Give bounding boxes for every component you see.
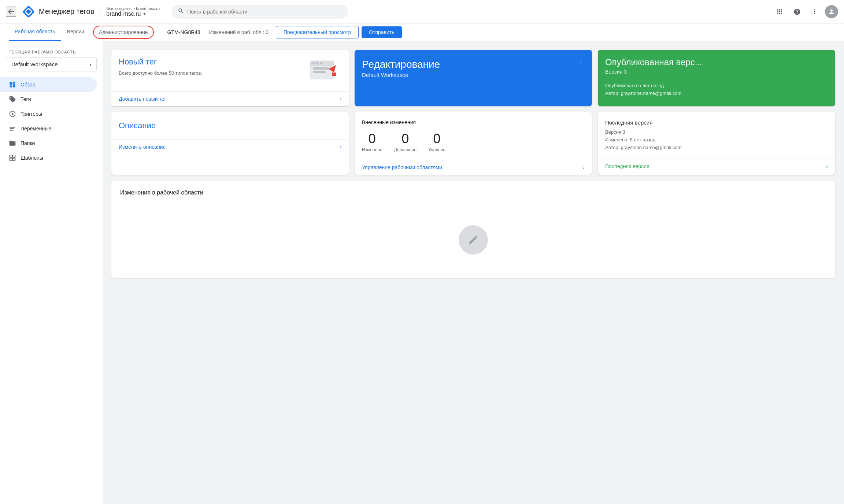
svg-rect-6 (10, 128, 14, 129)
description-arrow-icon: › (340, 144, 341, 150)
sidebar-item-tags[interactable]: Теги (0, 92, 97, 107)
search-bar (172, 5, 348, 19)
sidebar-label-overview: Обзор (21, 82, 35, 88)
svg-rect-11 (13, 158, 15, 161)
header-actions (772, 4, 838, 19)
change-number-added: 0 (394, 131, 417, 147)
new-tag-link[interactable]: Добавить новый тег › (111, 91, 349, 106)
tab-admin[interactable]: Администрирование (93, 26, 154, 39)
tab-versions[interactable]: Версии (61, 23, 90, 41)
tag-illustration (308, 57, 341, 83)
svg-point-16 (320, 62, 322, 64)
new-tag-arrow-icon: › (340, 96, 341, 102)
svg-rect-8 (10, 155, 12, 158)
description-card: Описание Изменить описание › (111, 112, 349, 175)
sidebar-label-triggers: Триггеры (21, 111, 42, 117)
tag-icon (9, 96, 16, 103)
sidebar-section-label: ТЕКУЩАЯ РАБОЧАЯ ОБЛАСТЬ (0, 47, 103, 56)
apps-grid-button[interactable] (772, 4, 787, 19)
last-version-link[interactable]: Последняя версия › (598, 159, 835, 174)
change-label-added: Добавлено (394, 147, 417, 152)
published-version: Версия 3 (605, 69, 828, 75)
folder-icon (9, 140, 16, 147)
changes-numbers: 0 Изменено 0 Добавлено 0 Удалено (362, 131, 585, 152)
svg-rect-18 (313, 71, 326, 73)
empty-state (120, 211, 826, 269)
last-version-card: Последняя версия Версия 3 Изменено: 5 ле… (598, 112, 835, 175)
new-tag-card-body: Новый тег Всего доступно более 50 типов … (111, 50, 349, 91)
new-tag-text: Новый тег Всего доступно более 50 типов … (119, 57, 202, 77)
changes-card-body: Внесенные изменения 0 Изменено 0 Добавле… (355, 112, 592, 160)
svg-rect-10 (13, 155, 15, 158)
editing-card: Редактирование Default Workspace ⋮ (355, 50, 592, 106)
dropdown-arrow-icon: ▼ (142, 11, 147, 16)
sidebar-item-triggers[interactable]: Триггеры (0, 107, 97, 121)
sidebar-item-templates[interactable]: Шаблоны (0, 151, 97, 165)
workspace-selector[interactable]: Default Workspace › (6, 57, 97, 71)
last-version-card-body: Последняя версия Версия 3 Изменено: 5 ле… (598, 112, 835, 159)
description-card-body: Описание (111, 112, 349, 139)
svg-point-15 (316, 62, 318, 64)
svg-point-4 (12, 113, 14, 115)
tag-icon-area (308, 57, 341, 84)
svg-rect-17 (313, 67, 329, 70)
svg-rect-9 (10, 158, 12, 161)
sidebar-label-folders: Папки (21, 140, 35, 146)
gtm-logo (22, 5, 35, 18)
more-options-button[interactable] (807, 4, 822, 19)
new-tag-card: Новый тег Всего доступно более 50 типов … (111, 50, 349, 106)
help-button[interactable] (790, 4, 804, 19)
sidebar-item-overview[interactable]: Обзор (0, 77, 97, 92)
search-icon (178, 8, 184, 16)
changes-card-title: Внесенные изменения (362, 119, 585, 125)
main-layout: ТЕКУЩАЯ РАБОЧАЯ ОБЛАСТЬ Default Workspac… (0, 41, 844, 504)
top-header: Менеджер тегов Все аккаунты > brand-msc.… (0, 0, 844, 23)
account-breadcrumb: Все аккаунты > brand-msc.ru (106, 6, 166, 11)
variable-icon (9, 125, 16, 132)
logo-area: Менеджер тегов (22, 5, 94, 18)
editing-card-text: Редактирование Default Workspace (362, 59, 440, 78)
svg-rect-7 (10, 130, 13, 131)
last-version-author: Автор: graystone.name@gmail.com (605, 144, 828, 152)
account-selector: Все аккаунты > brand-msc.ru brand-msc.ru… (100, 6, 166, 17)
workspace-changes-section: Изменения в рабочей области (111, 181, 835, 278)
sidebar-item-variables[interactable]: Переменные (0, 121, 97, 136)
description-link[interactable]: Изменить описание › (111, 139, 349, 154)
published-title: Опубликованная верс... (605, 57, 828, 67)
nav-divider (160, 28, 160, 37)
sidebar-label-tags: Теги (21, 96, 31, 102)
back-button[interactable] (6, 7, 16, 17)
change-label-deleted: Удалено (428, 147, 445, 152)
overview-icon (9, 81, 16, 88)
published-card-body: Опубликованная верс... Версия 3 Опублико… (598, 50, 835, 105)
cards-grid: Новый тег Всего доступно более 50 типов … (111, 50, 835, 175)
last-version-meta: Версия 3 Изменено: 5 лет назад Автор: gr… (605, 129, 828, 151)
account-name: brand-msc.ru (106, 11, 141, 17)
user-avatar[interactable] (825, 5, 838, 18)
manage-workspaces-link[interactable]: Управление рабочими областями › (355, 160, 592, 175)
gtm-id: GTM-NG8R48 (163, 29, 205, 35)
change-number-deleted: 0 (428, 131, 445, 147)
preview-button[interactable]: Предварительный просмотр (276, 26, 359, 38)
svg-point-14 (312, 62, 315, 64)
workspace-name: Default Workspace (11, 61, 58, 67)
account-name-dropdown[interactable]: brand-msc.ru ▼ (106, 11, 166, 17)
content-area: Новый тег Всего доступно более 50 типов … (103, 41, 844, 504)
changes-card: Внесенные изменения 0 Изменено 0 Добавле… (355, 112, 592, 175)
last-version-arrow-icon: › (826, 163, 828, 169)
editing-more-icon[interactable]: ⋮ (577, 59, 585, 67)
last-version-title: Последняя версия (605, 119, 828, 126)
sidebar-item-folders[interactable]: Папки (0, 136, 97, 151)
new-tag-title: Новый тег (119, 57, 202, 67)
search-input[interactable] (187, 9, 342, 15)
manage-arrow-icon: › (583, 164, 585, 170)
submit-button[interactable]: Отправить (362, 26, 401, 38)
editing-card-body: Редактирование Default Workspace ⋮ (355, 50, 592, 87)
tab-workspace[interactable]: Рабочая область (9, 23, 61, 41)
sidebar-label-variables: Переменные (21, 126, 51, 131)
change-item-deleted: 0 Удалено (428, 131, 445, 152)
editing-subtitle: Default Workspace (362, 72, 440, 78)
change-item-changed: 0 Изменено (362, 131, 382, 152)
svg-rect-5 (10, 127, 15, 128)
pencil-icon (466, 233, 481, 247)
